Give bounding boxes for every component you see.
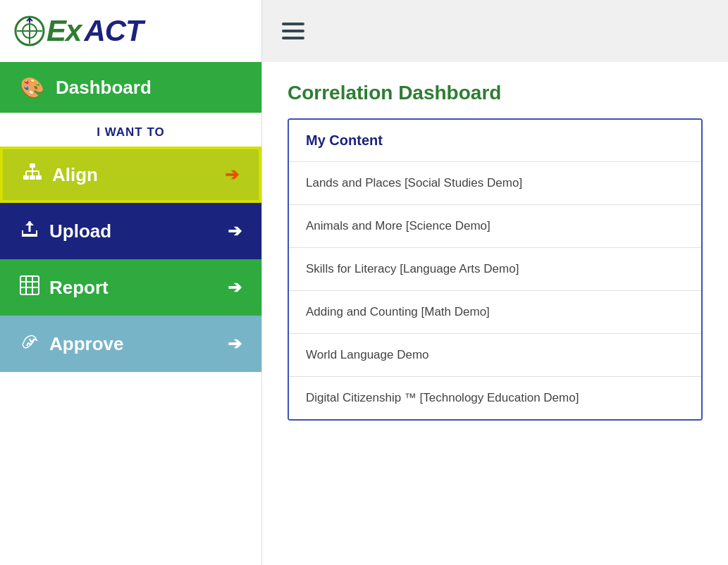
- approve-label: Approve: [49, 333, 228, 355]
- report-label: Report: [49, 277, 228, 299]
- upload-label: Upload: [49, 221, 228, 242]
- list-item[interactable]: Digital Citizenship ™ [Technology Educat…: [289, 377, 701, 419]
- hamburger-line-1: [282, 23, 304, 25]
- svg-rect-6: [30, 175, 35, 180]
- align-chevron: ➔: [225, 165, 239, 185]
- list-item[interactable]: Skills for Literacy [Language Arts Demo]: [289, 248, 701, 291]
- content-list: Lands and Places [Social Studies Demo]An…: [289, 162, 701, 419]
- svg-rect-4: [30, 163, 35, 168]
- main-area: Correlation Dashboard My Content Lands a…: [262, 0, 728, 565]
- dashboard-label: Dashboard: [56, 77, 152, 99]
- list-item[interactable]: Lands and Places [Social Studies Demo]: [289, 162, 701, 205]
- approve-icon: [20, 332, 39, 356]
- report-button[interactable]: Report ➔: [0, 259, 261, 316]
- hamburger-menu[interactable]: [282, 23, 304, 39]
- svg-rect-14: [20, 276, 39, 294]
- card-header: My Content: [289, 120, 701, 162]
- approve-chevron: ➔: [228, 334, 242, 354]
- exact-logo-icon: [14, 15, 45, 46]
- hamburger-line-3: [282, 37, 304, 39]
- top-bar: [262, 0, 728, 62]
- list-item[interactable]: Animals and More [Science Demo]: [289, 205, 701, 248]
- i-want-to-label: I WANT TO: [0, 113, 261, 147]
- svg-rect-7: [36, 175, 42, 180]
- svg-rect-5: [23, 175, 29, 180]
- report-chevron: ➔: [228, 278, 242, 297]
- dashboard-button[interactable]: 🎨 Dashboard: [0, 62, 261, 113]
- content-card: My Content Lands and Places [Social Stud…: [288, 118, 703, 421]
- page-title: Correlation Dashboard: [288, 82, 703, 104]
- list-item[interactable]: World Language Demo: [289, 334, 701, 377]
- logo-area: ExACT: [0, 0, 261, 62]
- hamburger-line-2: [282, 30, 304, 32]
- approve-button[interactable]: Approve ➔: [0, 316, 261, 372]
- list-item[interactable]: Adding and Counting [Math Demo]: [289, 291, 701, 334]
- report-icon: [20, 275, 39, 300]
- logo-text: ExACT: [47, 14, 143, 48]
- upload-chevron: ➔: [228, 221, 242, 241]
- content-area: Correlation Dashboard My Content Lands a…: [262, 62, 728, 565]
- card-header-title: My Content: [306, 132, 383, 148]
- upload-icon: [20, 219, 39, 244]
- align-button[interactable]: Align ➔: [0, 147, 261, 203]
- sidebar: ExACT 🎨 Dashboard I WANT TO Align ➔: [0, 0, 262, 565]
- dashboard-icon: 🎨: [20, 76, 44, 99]
- align-icon: [23, 163, 42, 187]
- upload-button[interactable]: Upload ➔: [0, 203, 261, 259]
- align-label: Align: [52, 164, 225, 186]
